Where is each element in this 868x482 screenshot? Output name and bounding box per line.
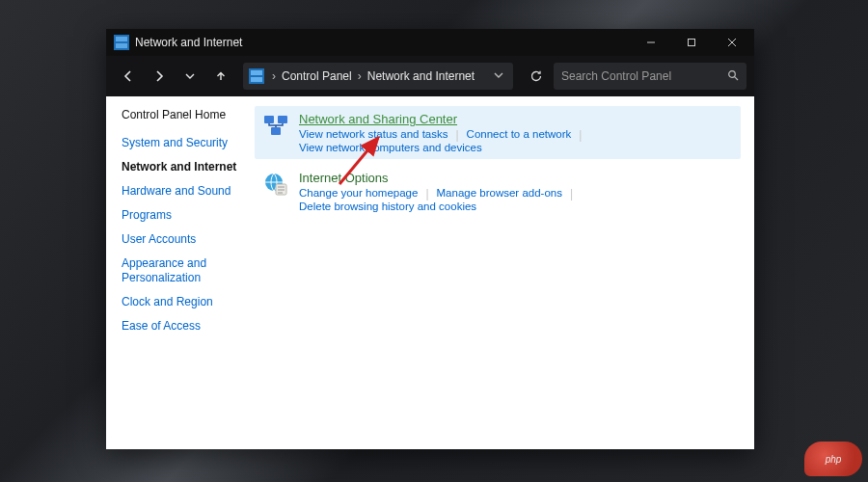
svg-rect-2: [116, 43, 127, 48]
up-button[interactable]: [206, 61, 235, 92]
sidebar-item-appearance-and-personalization[interactable]: Appearance and Personalization: [122, 256, 241, 285]
titlebar: Network and Internet: [106, 29, 754, 56]
control-panel-icon: [114, 35, 129, 50]
toolbar: › Control Panel › Network and Internet S…: [106, 56, 754, 96]
svg-rect-14: [271, 127, 281, 135]
sidebar-item-ease-of-access[interactable]: Ease of Access: [122, 319, 241, 334]
breadcrumb-current[interactable]: Network and Internet: [364, 69, 478, 83]
category-network-and-sharing-center: Network and Sharing CenterView network s…: [255, 106, 741, 159]
recent-dropdown[interactable]: [176, 61, 204, 92]
svg-rect-1: [116, 37, 127, 41]
svg-rect-8: [251, 70, 262, 75]
category-title[interactable]: Internet Options: [299, 171, 733, 185]
task-link[interactable]: Delete browsing history and cookies: [299, 201, 476, 212]
sidebar-item-network-and-internet[interactable]: Network and Internet: [122, 160, 241, 174]
refresh-button[interactable]: [521, 63, 552, 90]
window-title: Network and Internet: [135, 36, 631, 49]
search-input[interactable]: Search Control Panel: [554, 63, 746, 90]
task-link[interactable]: Change your homepage: [299, 187, 418, 201]
maximize-button[interactable]: [671, 29, 712, 56]
address-icon: [249, 68, 264, 84]
task-link[interactable]: Connect to a network: [467, 128, 572, 142]
content-area: Control Panel Home System and SecurityNe…: [106, 96, 754, 449]
sidebar: Control Panel Home System and SecurityNe…: [106, 96, 249, 449]
chevron-right-icon: ›: [356, 69, 364, 83]
breadcrumb-root[interactable]: Control Panel: [278, 69, 356, 83]
sidebar-home[interactable]: Control Panel Home: [122, 108, 241, 122]
chevron-down-icon[interactable]: [488, 69, 509, 83]
sidebar-list: System and SecurityNetwork and InternetH…: [122, 136, 241, 334]
forward-button[interactable]: [145, 61, 174, 92]
svg-line-11: [735, 76, 738, 79]
search-placeholder: Search Control Panel: [561, 69, 671, 83]
task-link[interactable]: Manage browser add-ons: [437, 187, 562, 201]
back-button[interactable]: [114, 61, 143, 92]
sidebar-item-programs[interactable]: Programs: [122, 208, 241, 223]
address-bar[interactable]: › Control Panel › Network and Internet: [243, 63, 513, 90]
sidebar-item-clock-and-region[interactable]: Clock and Region: [122, 295, 241, 309]
task-link[interactable]: View network computers and devices: [299, 142, 482, 153]
sidebar-item-user-accounts[interactable]: User Accounts: [122, 232, 241, 247]
network-icon: [262, 112, 289, 139]
internet-options-icon: [262, 171, 289, 198]
svg-point-10: [729, 70, 736, 77]
svg-rect-12: [264, 116, 274, 123]
category-internet-options: Internet OptionsChange your homepage|Man…: [255, 165, 741, 218]
close-button[interactable]: [712, 29, 752, 56]
sidebar-item-hardware-and-sound[interactable]: Hardware and Sound: [122, 184, 241, 199]
main-panel: Network and Sharing CenterView network s…: [249, 96, 754, 449]
minimize-button[interactable]: [631, 29, 671, 56]
task-link[interactable]: View network status and tasks: [299, 128, 448, 142]
category-title[interactable]: Network and Sharing Center: [299, 112, 733, 126]
watermark: php: [804, 442, 862, 476]
control-panel-window: Network and Internet › Control Panel › N…: [106, 29, 754, 449]
search-icon: [727, 69, 739, 84]
chevron-right-icon: ›: [270, 69, 278, 83]
svg-rect-4: [689, 40, 695, 46]
svg-rect-13: [278, 116, 287, 123]
sidebar-item-system-and-security[interactable]: System and Security: [122, 136, 241, 150]
svg-rect-9: [251, 77, 262, 82]
